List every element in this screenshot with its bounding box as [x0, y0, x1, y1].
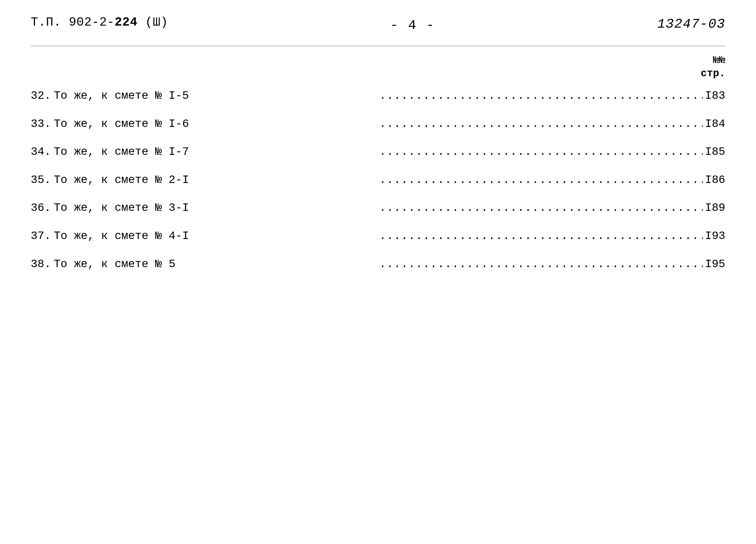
toc-item-number: 35.	[31, 172, 54, 188]
toc-item-text: То же, к смете № I-6	[54, 116, 377, 132]
toc-item: 34. То же, к смете № I-7 ...............…	[31, 144, 725, 160]
toc-item-dots: ........................................…	[379, 228, 703, 244]
toc-item-dots: ........................................…	[379, 88, 703, 104]
toc-list: 32. То же, к смете № I-5 ...............…	[31, 88, 725, 272]
page-header: Т.П. 902-2-224 (Ш) - 4 - 13247-03	[31, 15, 725, 36]
toc-item-page: I93	[705, 228, 725, 244]
toc-item-page: I89	[705, 200, 725, 216]
toc-item-page: I83	[705, 88, 725, 104]
toc-item: 37. То же, к смете № 4-I ...............…	[31, 228, 725, 244]
header-left: Т.П. 902-2-224 (Ш)	[31, 15, 168, 29]
toc-item-text: То же, к смете № I-7	[54, 144, 377, 160]
toc-item-page: I95	[705, 257, 725, 272]
toc-item-number: 34.	[31, 144, 54, 160]
toc-item-dots: ........................................…	[379, 116, 703, 132]
header-page-number: - 4 -	[390, 18, 435, 33]
toc-item-page: I86	[705, 172, 725, 188]
toc-item-page: I84	[705, 116, 725, 132]
toc-item: 33. То же, к смете № I-6 ...............…	[31, 116, 725, 132]
toc-item-number: 37.	[31, 228, 54, 244]
toc-item-dots: ........................................…	[379, 144, 703, 160]
toc-item: 35. То же, к смете № 2-I ...............…	[31, 172, 725, 188]
toc-item-number: 33.	[31, 116, 54, 132]
header-bold: 224	[115, 15, 137, 29]
toc-item-text: То же, к смете № 4-I	[54, 228, 377, 244]
page: Т.П. 902-2-224 (Ш) - 4 - 13247-03 №№ стр…	[0, 0, 756, 544]
column-header-text: №№ стр.	[31, 54, 725, 80]
toc-item-text: То же, к смете № 2-I	[54, 172, 377, 188]
toc-item-page: I85	[705, 144, 725, 160]
header-left-suffix: (Ш)	[137, 15, 168, 29]
toc-item-text: То же, к смете № 5	[54, 257, 377, 272]
toc-item: 36. То же, к смете № 3-I ...............…	[31, 200, 725, 216]
header-divider	[31, 46, 725, 46]
toc-item-dots: ........................................…	[379, 257, 703, 272]
toc-item-dots: ........................................…	[379, 200, 703, 216]
header-doc-number: 13247-03	[657, 17, 725, 32]
header-left-prefix: Т.П. 902-2-	[31, 15, 115, 29]
toc-item: 32. То же, к смете № I-5 ...............…	[31, 88, 725, 104]
column-header: №№ стр.	[31, 54, 725, 80]
toc-item-number: 36.	[31, 200, 54, 216]
toc-item: 38. То же, к смете № 5 .................…	[31, 257, 725, 272]
toc-item-number: 38.	[31, 257, 54, 272]
toc-item-text: То же, к смете № I-5	[54, 88, 377, 104]
toc-item-text: То же, к смете № 3-I	[54, 200, 377, 216]
toc-item-dots: ........................................…	[379, 172, 703, 188]
toc-item-number: 32.	[31, 88, 54, 104]
